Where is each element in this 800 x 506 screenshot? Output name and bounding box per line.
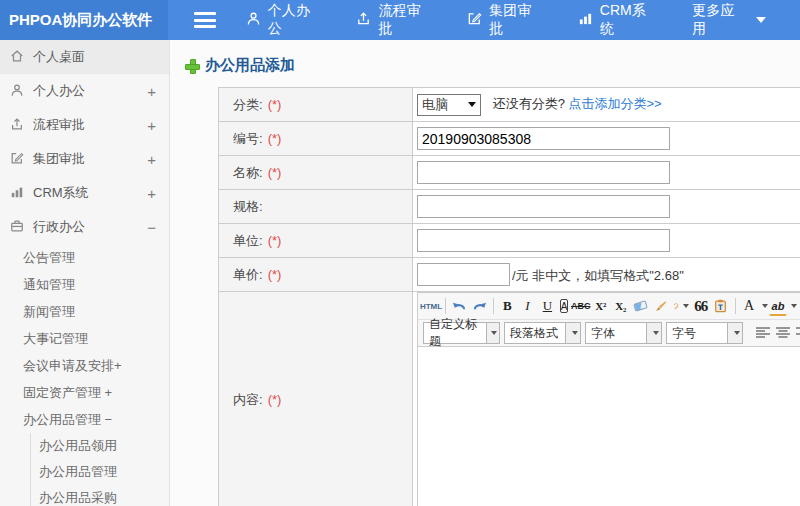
sidebar-item-announcement-mgmt[interactable]: 公告管理	[0, 244, 169, 271]
bold-button[interactable]: B	[498, 296, 516, 316]
required-mark: (*)	[268, 165, 282, 180]
name-input[interactable]	[417, 161, 670, 184]
sidebar-item-meeting-mgmt[interactable]: 会议申请及安排+	[0, 352, 169, 379]
price-format-hint: /元 非中文，如填写格式"2.68"	[512, 268, 684, 283]
font-color-button[interactable]: A	[740, 296, 758, 316]
category-select[interactable]: 电脑	[417, 94, 481, 116]
sidebar-item-office-supplies-mgmt[interactable]: 办公用品管理 −	[0, 406, 169, 433]
code-label: 编号:	[233, 131, 263, 146]
underline-button[interactable]: U	[538, 296, 556, 316]
required-mark: (*)	[268, 392, 282, 407]
chart-icon	[10, 185, 24, 202]
highlight-color-button[interactable]: ab	[769, 296, 787, 316]
sidebar-item-personal-desktop[interactable]: 个人桌面	[0, 40, 169, 74]
office-supplies-submenu: 办公用品领用 办公用品管理 办公用品采购	[30, 433, 169, 506]
hamburger-menu-icon[interactable]	[194, 12, 216, 28]
expander-plus: +	[147, 185, 156, 202]
row-content: 内容:(*) HTML B I U	[219, 292, 800, 506]
main-content: 办公用品添加 分类:(*) 电脑 还没有分类? 点击添加分类>> 编号:	[170, 40, 800, 506]
sidebar-item-fixed-assets-mgmt[interactable]: 固定资产管理 +	[0, 379, 169, 406]
required-mark: (*)	[268, 233, 282, 248]
sidebar-item-news-mgmt[interactable]: 新闻管理	[0, 298, 169, 325]
sidebar-item-workflow-approval[interactable]: 流程审批 +	[0, 108, 169, 142]
user-icon	[10, 83, 24, 100]
sidebar-item-supplies-requisition[interactable]: 办公用品领用	[31, 433, 169, 459]
flow-icon	[356, 11, 378, 29]
align-left-icon[interactable]	[754, 323, 772, 343]
flow-icon	[10, 117, 24, 134]
align-right-icon[interactable]	[794, 323, 800, 343]
sidebar-item-events-mgmt[interactable]: 大事记管理	[0, 325, 169, 352]
html-source-button[interactable]: HTML	[422, 296, 440, 316]
char-border-button[interactable]: A	[560, 299, 567, 313]
row-price: 单价:(*) /元 非中文，如填写格式"2.68"	[219, 258, 800, 292]
unit-input[interactable]	[417, 229, 670, 252]
spec-label: 规格:	[233, 199, 263, 214]
expander-minus: −	[147, 219, 156, 236]
font-size-dropdown[interactable]: 字号	[666, 322, 743, 344]
row-code: 编号:(*)	[219, 122, 800, 156]
sidebar: 个人桌面 个人办公 + 流程审批 + 集团审批 + CRM系统 + 行政办公 −	[0, 40, 170, 506]
required-mark: (*)	[268, 131, 282, 146]
eraser-icon[interactable]	[632, 296, 650, 316]
expander-plus: +	[147, 83, 156, 100]
required-mark: (*)	[268, 267, 282, 282]
format-painter-icon[interactable]	[652, 296, 670, 316]
custom-title-dropdown[interactable]: 自定义标题	[423, 322, 500, 344]
nav-group-approval[interactable]: 集团审批	[467, 2, 544, 38]
plus-icon	[185, 59, 198, 72]
caret-down-icon	[762, 304, 768, 308]
nav-more-apps[interactable]: 更多应用	[692, 2, 766, 38]
row-name: 名称:(*)	[219, 156, 800, 190]
sidebar-item-supplies-manage[interactable]: 办公用品管理	[31, 459, 169, 485]
topbar: PHPOA协同办公软件 个人办公 流程审批 集团审批 CRM系统 更多应用	[0, 0, 800, 40]
sidebar-item-crm-system[interactable]: CRM系统 +	[0, 176, 169, 210]
strikethrough-button[interactable]: ABC	[572, 296, 590, 316]
align-center-icon[interactable]	[774, 323, 792, 343]
expander-plus: +	[147, 151, 156, 168]
paragraph-format-dropdown[interactable]: 段落格式	[504, 322, 581, 344]
page-title: 办公用品添加	[185, 56, 800, 75]
edit-icon	[467, 11, 489, 29]
font-family-dropdown[interactable]: 字体	[585, 322, 662, 344]
add-supply-form: 分类:(*) 电脑 还没有分类? 点击添加分类>> 编号:(*)	[218, 87, 800, 506]
paste-text-icon[interactable]	[712, 296, 730, 316]
editor-toolbar-row2: 自定义标题 段落格式 字体	[418, 320, 800, 347]
user-icon	[246, 11, 268, 29]
auto-typeset-icon[interactable]	[672, 296, 690, 316]
unit-label: 单位:	[233, 233, 263, 248]
editor-content-area[interactable]	[418, 347, 800, 506]
sidebar-item-admin-office[interactable]: 行政办公 −	[0, 210, 169, 244]
sidebar-item-group-approval[interactable]: 集团审批 +	[0, 142, 169, 176]
add-category-link[interactable]: 点击添加分类>>	[568, 96, 661, 111]
row-unit: 单位:(*)	[219, 224, 800, 258]
price-label: 单价:	[233, 267, 263, 282]
admin-office-submenu: 公告管理 通知管理 新闻管理 大事记管理 会议申请及安排+ 固定资产管理 + 办…	[0, 244, 169, 506]
spec-input[interactable]	[417, 195, 670, 218]
italic-button[interactable]: I	[518, 296, 536, 316]
sidebar-item-personal-office[interactable]: 个人办公 +	[0, 74, 169, 108]
redo-icon[interactable]	[470, 296, 488, 316]
expander-plus: +	[147, 117, 156, 134]
nav-crm-system[interactable]: CRM系统	[578, 2, 658, 38]
blockquote-button[interactable]: 66	[692, 296, 710, 316]
edit-icon	[10, 151, 24, 168]
subscript-button[interactable]: X₂	[612, 296, 630, 316]
name-label: 名称:	[233, 165, 263, 180]
undo-icon[interactable]	[450, 296, 468, 316]
row-category: 分类:(*) 电脑 还没有分类? 点击添加分类>>	[219, 88, 800, 122]
superscript-button[interactable]: X²	[592, 296, 610, 316]
chart-icon	[578, 11, 600, 29]
briefcase-icon	[10, 219, 24, 236]
no-category-hint: 还没有分类?	[493, 96, 565, 111]
nav-workflow-approval[interactable]: 流程审批	[356, 2, 433, 38]
nav-personal-office[interactable]: 个人办公	[246, 2, 323, 38]
sidebar-item-supplies-purchase[interactable]: 办公用品采购	[31, 485, 169, 506]
sidebar-item-notice-mgmt[interactable]: 通知管理	[0, 271, 169, 298]
caret-down-icon	[756, 17, 766, 23]
price-input[interactable]	[417, 263, 510, 286]
code-input[interactable]	[417, 127, 670, 150]
app-logo: PHPOA协同办公软件	[0, 0, 168, 40]
rich-text-editor: HTML B I U A ABC X² X₂	[417, 292, 800, 506]
home-icon	[10, 49, 24, 66]
